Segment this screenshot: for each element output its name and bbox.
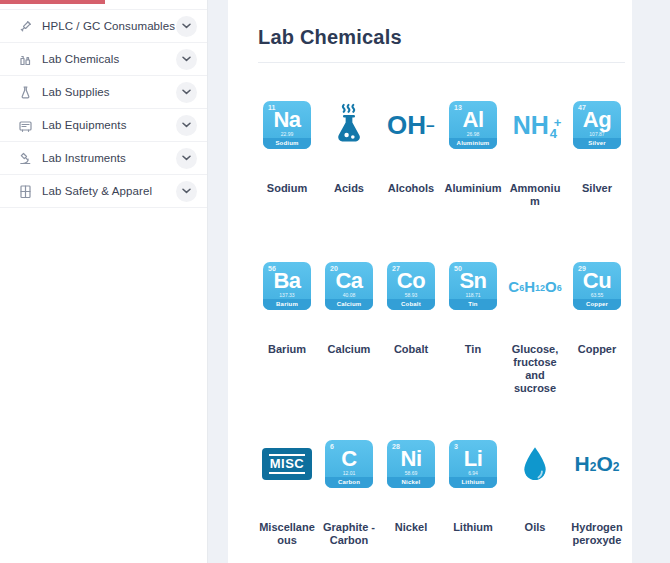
category-graphite-carbon[interactable]: 6 C 12.01 Carbon Graphite - Carbon <box>318 440 380 547</box>
category-cobalt[interactable]: 27 Co 58.93 Cobalt Cobalt <box>380 262 442 440</box>
element-symbol: Cu <box>573 270 621 292</box>
copper-element-tile: 29 Cu 63.55 Copper <box>573 262 621 310</box>
atomic-mass: 6.94 <box>449 470 497 476</box>
element-symbol: Li <box>449 448 497 470</box>
element-name: Silver <box>573 138 621 149</box>
title-divider <box>258 62 625 63</box>
category-tin[interactable]: 50 Sn 118.71 Tin Tin <box>442 262 504 440</box>
sidebar-item-label: Lab Chemicals <box>42 53 176 65</box>
element-symbol: C <box>325 448 373 470</box>
sidebar-item-lab-chemicals[interactable]: Lab Chemicals <box>0 43 207 76</box>
element-symbol: Ag <box>573 109 621 131</box>
atomic-mass: 107.87 <box>573 131 621 137</box>
tin-element-tile: 50 Sn 118.71 Tin <box>449 262 497 310</box>
category-copper[interactable]: 29 Cu 63.55 Copper Copper <box>566 262 628 440</box>
category-calcium[interactable]: 20 Ca 40.08 Calcium Calcium <box>318 262 380 440</box>
atomic-mass: 12.01 <box>325 470 373 476</box>
chevron-down-icon[interactable] <box>176 181 197 202</box>
sidebar-item-label: HPLC / GC Consumables <box>42 20 176 32</box>
atomic-mass: 58.93 <box>387 292 435 298</box>
category-grid-row-2: 56 Ba 137.33 Barium Barium 20 Ca 40.08 C… <box>256 262 632 440</box>
category-sodium[interactable]: 11 Na 22.99 Sodium Sodium <box>256 101 318 262</box>
category-label: Barium <box>259 343 316 356</box>
element-symbol: Sn <box>449 270 497 292</box>
category-lithium[interactable]: 3 Li 6.94 Lithium Lithium <box>442 440 504 547</box>
element-symbol: Ca <box>325 270 373 292</box>
element-symbol: Ni <box>387 448 435 470</box>
formula-part: H <box>575 452 590 476</box>
category-silver[interactable]: 47 Ag 107.87 Silver Silver <box>566 101 628 262</box>
element-name: Calcium <box>325 299 373 310</box>
sidebar: HPLC / GC Consumables Lab Chemicals Lab … <box>0 0 208 563</box>
category-label: Copper <box>569 343 626 356</box>
category-oils[interactable]: Oils <box>504 440 566 547</box>
element-symbol: Ba <box>263 270 311 292</box>
oil-drop-icon <box>504 440 566 488</box>
element-symbol: Co <box>387 270 435 292</box>
calcium-element-tile: 20 Ca 40.08 Calcium <box>325 262 373 310</box>
formula-charge: − <box>426 117 435 134</box>
sidebar-item-lab-supplies[interactable]: Lab Supplies <box>0 76 207 109</box>
category-label: Glucose, fructose and sucrose <box>507 343 564 395</box>
element-symbol: Al <box>449 109 497 131</box>
category-miscellaneous[interactable]: MISC Miscellaneous <box>256 440 318 547</box>
element-name: Barium <box>263 299 311 310</box>
chevron-down-icon[interactable] <box>176 115 197 136</box>
category-label: Ammonium <box>507 182 564 208</box>
formula-base: NH <box>513 111 549 140</box>
chevron-down-icon[interactable] <box>176 49 197 70</box>
sodium-element-tile: 11 Na 22.99 Sodium <box>263 101 311 149</box>
chevron-down-icon[interactable] <box>176 16 197 37</box>
equipment-icon <box>17 117 33 133</box>
category-glucose-fructose-sucrose[interactable]: C6H12O6 Glucose, fructose and sucrose <box>504 262 566 440</box>
formula-subscript: 2 <box>590 460 597 474</box>
category-ammonium[interactable]: NH+4 Ammonium <box>504 101 566 262</box>
category-grid-row-1: 11 Na 22.99 Sodium Sodium <box>256 101 632 262</box>
page-title: Lab Chemicals <box>258 26 632 49</box>
category-label: Aluminium <box>445 182 502 195</box>
sidebar-nav: HPLC / GC Consumables Lab Chemicals Lab … <box>0 9 207 208</box>
category-grid-row-3: MISC Miscellaneous 6 C 12.01 Carbon Grap… <box>256 440 632 547</box>
sidebar-item-label: Lab Supplies <box>42 86 176 98</box>
sidebar-item-lab-safety-apparel[interactable]: Lab Safety & Apparel <box>0 175 207 208</box>
category-hydrogen-peroxyde[interactable]: H2O2 Hydrogen peroxyde <box>566 440 628 547</box>
formula-charge: + <box>554 118 562 128</box>
category-aluminium[interactable]: 13 Al 26.98 Aluminium Aluminium <box>442 101 504 262</box>
category-nickel[interactable]: 28 Ni 58.69 Nickel Nickel <box>380 440 442 547</box>
chevron-down-icon[interactable] <box>176 148 197 169</box>
formula-part: O <box>545 278 557 295</box>
element-name: Aluminium <box>449 138 497 149</box>
sidebar-item-label: Lab Safety & Apparel <box>42 185 176 197</box>
element-name: Cobalt <box>387 299 435 310</box>
atomic-mass: 22.99 <box>263 131 311 137</box>
lithium-element-tile: 3 Li 6.94 Lithium <box>449 440 497 488</box>
atomic-mass: 40.08 <box>325 292 373 298</box>
atomic-mass: 58.69 <box>387 470 435 476</box>
top-accent-bar <box>0 0 105 4</box>
category-acids[interactable]: Acids <box>318 101 380 262</box>
category-barium[interactable]: 56 Ba 137.33 Barium Barium <box>256 262 318 440</box>
chemical-bottles-icon <box>17 51 33 67</box>
element-symbol: Na <box>263 109 311 131</box>
carbon-element-tile: 6 C 12.01 Carbon <box>325 440 373 488</box>
glucose-formula: C6H12O6 <box>508 278 561 295</box>
main-content: Lab Chemicals 11 Na 22.99 Sodium Sodium <box>228 0 632 563</box>
category-label: Silver <box>569 182 626 195</box>
sidebar-item-lab-equipments[interactable]: Lab Equipments <box>0 109 207 142</box>
category-alcohols[interactable]: OH− Alcohols <box>380 101 442 262</box>
category-label: Acids <box>321 182 378 195</box>
element-name: Lithium <box>449 477 497 488</box>
atomic-mass: 63.55 <box>573 292 621 298</box>
alcohols-formula: OH− <box>387 110 435 141</box>
sidebar-item-lab-instruments[interactable]: Lab Instruments <box>0 142 207 175</box>
category-label: Sodium <box>259 182 316 195</box>
formula-subscript: 6 <box>519 283 524 293</box>
sidebar-item-hplc-gc-consumables[interactable]: HPLC / GC Consumables <box>0 10 207 43</box>
category-label: Alcohols <box>383 182 440 195</box>
microscope-icon <box>17 150 33 166</box>
chevron-down-icon[interactable] <box>176 82 197 103</box>
sidebar-item-label: Lab Instruments <box>42 152 176 164</box>
misc-badge-text: MISC <box>269 454 306 474</box>
element-name: Tin <box>449 299 497 310</box>
barium-element-tile: 56 Ba 137.33 Barium <box>263 262 311 310</box>
